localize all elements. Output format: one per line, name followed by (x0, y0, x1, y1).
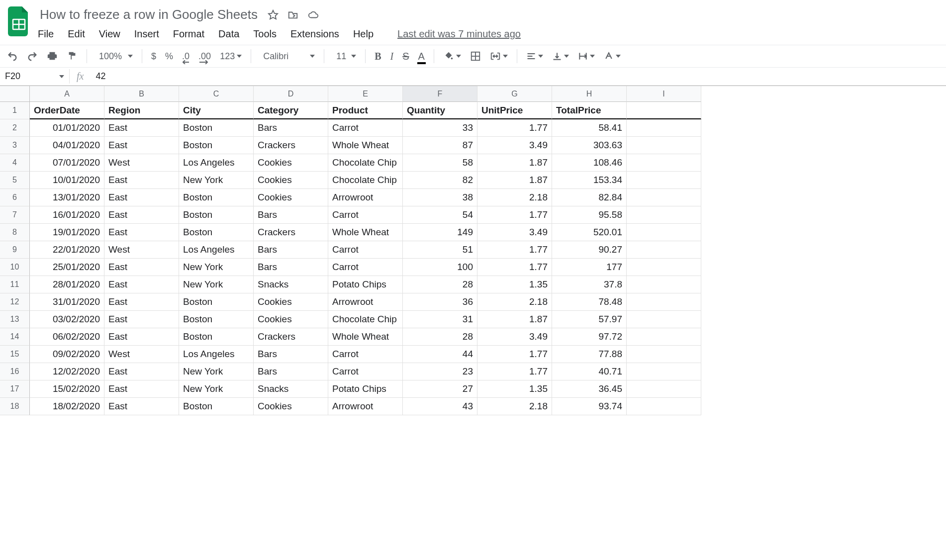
cell[interactable]: Potato Chips (328, 380, 403, 398)
cell[interactable]: Boston (179, 119, 254, 137)
cell[interactable]: 09/02/2020 (30, 346, 104, 363)
column-header-D[interactable]: D (254, 86, 328, 102)
header-cell[interactable]: Product (328, 102, 403, 119)
cell[interactable]: Carrot (328, 241, 403, 259)
cell[interactable]: Cookies (254, 311, 328, 328)
cell[interactable] (627, 241, 701, 259)
font-family-dropdown[interactable]: Calibri (260, 51, 315, 62)
cell[interactable]: Arrowroot (328, 189, 403, 206)
cell[interactable]: 90.27 (552, 241, 627, 259)
cell[interactable]: 1.87 (477, 172, 552, 189)
cell[interactable]: Chocolate Chip (328, 311, 403, 328)
move-icon[interactable] (287, 9, 298, 20)
row-header-4[interactable]: 4 (0, 154, 30, 172)
cell[interactable]: Boston (179, 398, 254, 415)
cell[interactable]: Cookies (254, 293, 328, 311)
column-header-I[interactable]: I (627, 86, 701, 102)
cell[interactable]: West (104, 241, 179, 259)
cell[interactable] (627, 119, 701, 137)
menu-help[interactable]: Help (353, 28, 374, 40)
cell[interactable]: 22/01/2020 (30, 241, 104, 259)
cell[interactable]: 1.87 (477, 311, 552, 328)
cell[interactable]: 37.8 (552, 276, 627, 293)
cell[interactable]: 2.18 (477, 398, 552, 415)
cell[interactable]: East (104, 311, 179, 328)
cell[interactable]: Boston (179, 311, 254, 328)
sheets-logo[interactable] (6, 4, 32, 39)
cell[interactable]: 13/01/2020 (30, 189, 104, 206)
menu-tools[interactable]: Tools (253, 28, 277, 40)
cell[interactable]: 28 (403, 276, 477, 293)
cell[interactable]: 108.46 (552, 154, 627, 172)
cell[interactable]: 77.88 (552, 346, 627, 363)
header-cell[interactable]: TotalPrice (552, 102, 627, 119)
row-header-16[interactable]: 16 (0, 363, 30, 380)
cloud-icon[interactable] (307, 9, 319, 20)
cell[interactable]: Whole Wheat (328, 224, 403, 241)
cell[interactable] (627, 293, 701, 311)
menu-data[interactable]: Data (218, 28, 239, 40)
cell[interactable]: 44 (403, 346, 477, 363)
header-cell[interactable]: City (179, 102, 254, 119)
column-header-H[interactable]: H (552, 86, 627, 102)
cell[interactable] (627, 154, 701, 172)
cell[interactable]: 36 (403, 293, 477, 311)
cell[interactable]: Whole Wheat (328, 137, 403, 154)
cell[interactable]: 23 (403, 363, 477, 380)
cell[interactable] (627, 363, 701, 380)
menu-file[interactable]: File (38, 28, 54, 40)
cell[interactable]: East (104, 137, 179, 154)
cell[interactable]: 33 (403, 119, 477, 137)
star-icon[interactable] (268, 9, 279, 20)
borders-button[interactable] (470, 51, 481, 62)
cell[interactable]: 51 (403, 241, 477, 259)
fill-color-button[interactable] (443, 51, 461, 62)
cell[interactable]: 3.49 (477, 137, 552, 154)
cell[interactable]: Bars (254, 206, 328, 224)
cell[interactable]: Carrot (328, 346, 403, 363)
row-header-18[interactable]: 18 (0, 398, 30, 415)
cell[interactable]: Cookies (254, 172, 328, 189)
cell[interactable]: 82 (403, 172, 477, 189)
cell[interactable]: Bars (254, 363, 328, 380)
row-header-17[interactable]: 17 (0, 380, 30, 398)
cell[interactable]: Los Angeles (179, 154, 254, 172)
cell[interactable]: East (104, 259, 179, 276)
bold-button[interactable]: B (375, 51, 381, 62)
cell[interactable]: Crackers (254, 137, 328, 154)
header-cell[interactable] (627, 102, 701, 119)
cell[interactable]: Boston (179, 224, 254, 241)
name-box[interactable]: F20 (0, 69, 70, 84)
cell[interactable]: Snacks (254, 276, 328, 293)
row-header-1[interactable]: 1 (0, 102, 30, 119)
text-rotation-button[interactable] (604, 51, 621, 61)
cell[interactable]: Bars (254, 119, 328, 137)
cell[interactable]: Carrot (328, 119, 403, 137)
cell[interactable]: Arrowroot (328, 293, 403, 311)
cell[interactable]: 28/01/2020 (30, 276, 104, 293)
cell[interactable]: East (104, 206, 179, 224)
cell[interactable]: 36.45 (552, 380, 627, 398)
cell[interactable]: West (104, 154, 179, 172)
cell[interactable]: New York (179, 276, 254, 293)
decrease-decimal-button[interactable]: .0 (182, 51, 189, 62)
cell[interactable]: 1.77 (477, 241, 552, 259)
menu-edit[interactable]: Edit (68, 28, 85, 40)
merge-cells-button[interactable] (490, 51, 508, 62)
cell[interactable]: Boston (179, 137, 254, 154)
menu-insert[interactable]: Insert (134, 28, 159, 40)
menu-extensions[interactable]: Extensions (290, 28, 339, 40)
print-icon[interactable] (47, 51, 58, 62)
cell[interactable]: 04/01/2020 (30, 137, 104, 154)
vertical-align-button[interactable] (552, 51, 569, 61)
cell[interactable]: 15/02/2020 (30, 380, 104, 398)
cell[interactable]: Crackers (254, 224, 328, 241)
strikethrough-button[interactable]: S (402, 51, 409, 62)
cell[interactable]: 95.58 (552, 206, 627, 224)
cell[interactable]: 57.97 (552, 311, 627, 328)
cell[interactable]: Los Angeles (179, 241, 254, 259)
increase-decimal-button[interactable]: .00 (198, 51, 211, 62)
italic-button[interactable]: I (390, 51, 394, 62)
cell[interactable]: Chocolate Chip (328, 172, 403, 189)
cell[interactable]: Bars (254, 241, 328, 259)
